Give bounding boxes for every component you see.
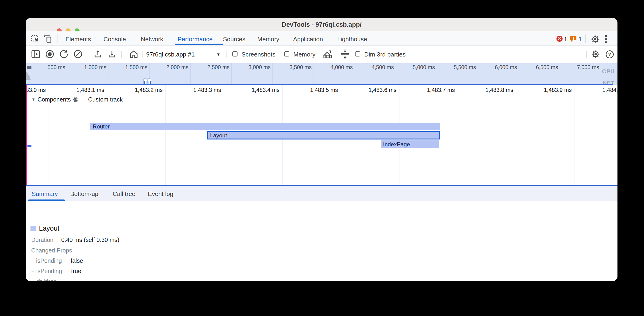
dim-3rd-parties-checkbox[interactable] xyxy=(355,51,360,56)
tabbar-separator xyxy=(57,34,58,43)
timeline-overview[interactable]: 500 ms1,000 ms1,500 ms2,000 ms2,500 ms3,… xyxy=(26,63,618,86)
tab-summary[interactable]: Summary xyxy=(32,190,58,198)
toolbar-separator xyxy=(86,51,87,58)
history-dropdown[interactable]: 97r6ql.csb.app #1 xyxy=(146,51,195,58)
tab-console[interactable]: Console xyxy=(104,36,126,43)
flame-bar-layout[interactable]: Layout xyxy=(207,131,440,139)
toolbar-separator xyxy=(226,51,227,58)
tab-sources[interactable]: Sources xyxy=(223,36,245,43)
ruler-tick-label: 1,483.1 ms xyxy=(46,87,104,93)
settings-gear-icon[interactable] xyxy=(591,35,600,43)
overview-tick-label: 1,500 ms xyxy=(107,64,148,70)
summary-panel: Layout Duration0.40 ms (self 0.30 ms)Cha… xyxy=(26,201,618,281)
summary-event-title: Layout xyxy=(39,225,60,232)
live-metrics-home-icon[interactable] xyxy=(129,50,138,59)
ruler-tick-label: 1,483.8 ms xyxy=(455,87,513,93)
toolbar-separator xyxy=(586,51,587,58)
ruler-tick-label: 1,483.7 ms xyxy=(397,87,455,93)
tab-event-log[interactable]: Event log xyxy=(148,190,173,198)
summary-row-value: true xyxy=(71,268,81,275)
cpu-activity-fragment xyxy=(27,66,32,69)
overview-tick-label: 5,000 ms xyxy=(394,64,435,70)
reload-record-icon[interactable] xyxy=(60,50,68,59)
ruler-tick-label: 1,483.6 ms xyxy=(338,87,396,93)
overview-gridline xyxy=(601,63,601,86)
overview-tick-label: 4,000 ms xyxy=(312,64,353,70)
ruler-tick-label: 1,483.4 ms xyxy=(221,87,280,93)
ruler-tick-label: 1,483.5 ms xyxy=(280,87,338,93)
ruler-tick-label: 1,484.0 ms xyxy=(572,87,618,93)
warning-badge-icon[interactable] xyxy=(570,36,577,42)
more-options-kebab-icon[interactable] xyxy=(604,35,608,43)
screenshots-checkbox[interactable] xyxy=(232,51,238,56)
summary-row-value: false xyxy=(71,257,83,264)
details-tab-bar: Summary Bottom-up Call tree Event log xyxy=(26,186,618,201)
memory-checkbox[interactable] xyxy=(284,51,290,56)
toggle-sidebar-icon[interactable] xyxy=(31,50,40,58)
devtools-window: DevTools - 97r6ql.csb.app/ Elements Cons… xyxy=(26,18,618,281)
tab-application[interactable]: Application xyxy=(293,36,323,43)
tab-bottom-up[interactable]: Bottom-up xyxy=(70,190,98,198)
toolbar-separator xyxy=(336,51,336,58)
tab-performance[interactable]: Performance xyxy=(178,36,213,43)
summary-row-value: ... xyxy=(66,278,71,281)
toolbar-separator xyxy=(142,51,143,58)
window-title: DevTools - 97r6ql.csb.app/ xyxy=(26,21,618,28)
error-badge-icon[interactable] xyxy=(556,36,562,42)
tab-elements[interactable]: Elements xyxy=(66,36,91,43)
summary-row-label: Changed Props xyxy=(31,247,72,254)
warning-count[interactable]: 1 xyxy=(578,36,582,43)
collect-garbage-icon[interactable] xyxy=(324,50,332,59)
save-profile-icon[interactable] xyxy=(108,50,116,59)
inspect-element-icon[interactable] xyxy=(31,35,40,43)
shortcuts-dialog-icon[interactable] xyxy=(340,49,350,59)
summary-row-label: – children xyxy=(31,278,56,281)
clear-icon[interactable] xyxy=(74,50,82,59)
record-icon[interactable] xyxy=(45,50,54,59)
scroll-indicator xyxy=(28,145,32,147)
dim-3rd-parties-label[interactable]: Dim 3rd parties xyxy=(364,51,406,58)
tab-memory[interactable]: Memory xyxy=(257,36,279,43)
toolbar-separator xyxy=(121,51,122,58)
event-color-swatch xyxy=(30,226,36,231)
flame-bar-indexpage[interactable]: IndexPage xyxy=(381,140,439,148)
summary-row-label: – isPending xyxy=(31,257,62,264)
screenshots-label[interactable]: Screenshots xyxy=(242,51,276,58)
flame-bar-router[interactable]: Router xyxy=(90,123,440,130)
track-title: Components xyxy=(38,96,71,103)
load-profile-icon[interactable] xyxy=(94,50,102,59)
error-count[interactable]: 1 xyxy=(564,36,567,43)
summary-row-label: Duration xyxy=(31,237,54,243)
capture-settings-gear-icon[interactable] xyxy=(592,50,600,58)
expander-triangle-icon[interactable]: ▼ xyxy=(32,97,36,102)
overview-tick-label: 1,000 ms xyxy=(66,64,106,70)
tab-lighthouse[interactable]: Lighthouse xyxy=(337,36,367,43)
help-icon[interactable]: ? xyxy=(605,50,614,59)
tab-call-tree[interactable]: Call tree xyxy=(113,190,136,198)
cpu-activity-graph xyxy=(26,70,33,80)
overview-tick-label: 2,500 ms xyxy=(189,64,230,70)
overview-tick-label: 4,500 ms xyxy=(354,64,394,70)
tab-network[interactable]: Network xyxy=(141,36,163,43)
overview-tick-label: 5,500 ms xyxy=(436,64,476,70)
device-toolbar-icon[interactable] xyxy=(44,35,52,43)
overview-tick-label: 6,000 ms xyxy=(477,64,517,70)
ruler-tick-label: 1,483.3 ms xyxy=(163,87,221,93)
track-suffix: — Custom track xyxy=(81,96,123,103)
tabbar-separator xyxy=(585,34,586,43)
track-header[interactable]: ▼ Components — Custom track xyxy=(32,96,123,103)
active-details-tab-underline xyxy=(28,200,65,201)
cpu-lane-label: CPU xyxy=(602,68,615,75)
active-tab-underline xyxy=(175,44,223,45)
overview-tick-label: 3,500 ms xyxy=(271,64,312,70)
svg-text:?: ? xyxy=(608,51,612,57)
cpu-net-lane-divider xyxy=(26,80,618,80)
chevron-down-icon[interactable]: ▼ xyxy=(216,52,220,57)
react-atom-icon xyxy=(73,97,78,102)
summary-row-label: + isPending xyxy=(31,268,62,275)
memory-label[interactable]: Memory xyxy=(293,51,316,58)
ruler-tick-label: 1,483.2 ms xyxy=(104,87,163,93)
overview-tick-label: 7,000 ms xyxy=(559,64,599,70)
overview-tick-label: 2,000 ms xyxy=(148,64,188,70)
overview-tick-label: 500 ms xyxy=(26,64,65,70)
